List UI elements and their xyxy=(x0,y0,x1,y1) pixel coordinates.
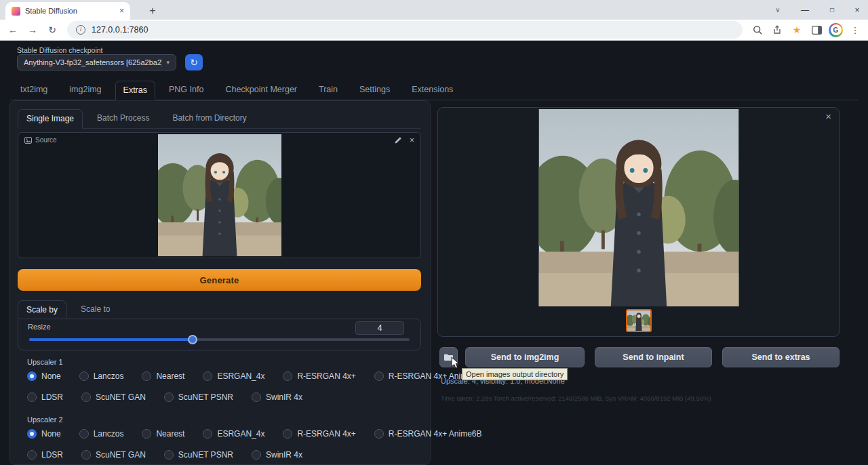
browser-chrome: Stable Diffusion × + ∨ — □ × ← → ↻ i 127… xyxy=(0,0,868,41)
upscaler2-option-lanczos[interactable]: Lanczos xyxy=(79,429,124,439)
upscaler2-option-scunet-gan[interactable]: ScuNET GAN xyxy=(81,450,146,460)
upscaler1-option-esrgan-4x[interactable]: ESRGAN_4x xyxy=(203,371,264,381)
source-image[interactable] xyxy=(158,134,281,256)
tab-search-chevron-icon[interactable]: ∨ xyxy=(770,1,785,19)
resize-slider[interactable] xyxy=(29,338,410,341)
browser-toolbar: ← → ↻ i 127.0.0.1:7860 ★ G ⋮ xyxy=(0,20,868,41)
radio-icon xyxy=(252,450,261,460)
result-image[interactable] xyxy=(538,109,738,306)
gallery-close-icon[interactable]: × xyxy=(825,111,831,121)
window-maximize-button[interactable]: □ xyxy=(819,1,845,19)
upscaler2-option-ldsr[interactable]: LDSR xyxy=(27,450,63,460)
radio-icon xyxy=(81,392,91,402)
gallery-thumbnail[interactable] xyxy=(626,309,652,332)
upscaler1-option-ldsr[interactable]: LDSR xyxy=(27,392,63,402)
subtab-batch-from-directory[interactable]: Batch from Directory xyxy=(163,108,255,128)
clear-image-icon[interactable]: × xyxy=(410,136,414,145)
radio-icon xyxy=(374,429,384,439)
radio-icon xyxy=(142,371,151,381)
source-label: Source xyxy=(24,136,57,144)
image-icon xyxy=(24,137,32,144)
tab-scale-by[interactable]: Scale by xyxy=(18,300,66,320)
browser-menu-icon[interactable]: ⋮ xyxy=(848,22,863,37)
radio-icon xyxy=(79,429,89,439)
tab-scale-to[interactable]: Scale to xyxy=(72,300,119,319)
radio-icon xyxy=(27,429,37,439)
upscaler1-options-row1: None Lanczos Nearest ESRGAN_4x R-ESRGAN … xyxy=(27,370,500,382)
back-button[interactable]: ← xyxy=(5,22,20,37)
radio-icon xyxy=(283,429,292,439)
result-gallery: × xyxy=(437,107,840,337)
upscaler1-option-nearest[interactable]: Nearest xyxy=(142,371,184,381)
url-bar[interactable]: i 127.0.0.1:7860 xyxy=(67,21,743,39)
radio-icon xyxy=(374,371,384,381)
tab-train[interactable]: Train xyxy=(311,80,346,100)
main-tab-bar: txt2img img2img Extras PNG Info Checkpoi… xyxy=(9,81,859,100)
tab-extras[interactable]: Extras xyxy=(115,81,155,101)
tab-title: Stable Diffusion xyxy=(25,7,115,15)
upscaler2-option-none[interactable]: None xyxy=(27,429,61,439)
radio-icon xyxy=(164,450,174,460)
upscaler1-option-none[interactable]: None xyxy=(27,371,61,381)
site-info-icon[interactable]: i xyxy=(76,25,85,35)
tab-checkpoint-merger[interactable]: Checkpoint Merger xyxy=(217,80,305,100)
upscaler2-option-esrgan-4x[interactable]: ESRGAN_4x xyxy=(203,429,264,439)
upscaler2-option-swinir-4x[interactable]: SwinIR 4x xyxy=(252,450,302,460)
checkpoint-value: Anything-V3-fp32_safetensors [625a2ba2] xyxy=(24,58,162,66)
send-to-extras-button[interactable]: Send to extras xyxy=(722,347,840,367)
radio-icon xyxy=(203,371,212,381)
send-to-inpaint-button[interactable]: Send to inpaint xyxy=(595,347,712,367)
forward-button[interactable]: → xyxy=(25,22,40,37)
profile-avatar[interactable]: G xyxy=(829,23,843,37)
upscaler2-option-r-esrgan-anime6b[interactable]: R-ESRGAN 4x+ Anime6B xyxy=(374,429,482,439)
upscaler2-options-row1: None Lanczos Nearest ESRGAN_4x R-ESRGAN … xyxy=(27,428,500,440)
side-panel-icon[interactable] xyxy=(809,22,824,37)
new-tab-button[interactable]: + xyxy=(146,4,159,18)
upscaler2-option-r-esrgan-4x[interactable]: R-ESRGAN 4x+ xyxy=(283,429,355,439)
upscaler2-options-row2: LDSR ScuNET GAN ScuNET PSNR SwinIR 4x xyxy=(27,449,321,461)
reload-button[interactable]: ↻ xyxy=(45,22,60,37)
bookmark-star-icon[interactable]: ★ xyxy=(789,22,804,37)
slider-handle[interactable] xyxy=(188,335,197,344)
browser-tab[interactable]: Stable Diffusion × xyxy=(5,2,130,20)
radio-icon xyxy=(252,392,261,402)
subtab-batch-process[interactable]: Batch Process xyxy=(88,108,158,128)
upscaler2-option-scunet-psnr[interactable]: ScuNET PSNR xyxy=(164,450,233,460)
upscaler1-option-r-esrgan-4x[interactable]: R-ESRGAN 4x+ xyxy=(283,371,355,381)
send-to-img2img-button[interactable]: Send to img2img xyxy=(465,347,585,367)
resize-number-input[interactable]: 4 xyxy=(355,321,404,335)
upscaler1-options-row2: LDSR ScuNET GAN ScuNET PSNR SwinIR 4x xyxy=(27,391,321,403)
mouse-cursor xyxy=(451,357,460,372)
tab-png-info[interactable]: PNG Info xyxy=(161,80,212,100)
share-icon[interactable] xyxy=(770,22,785,37)
tab-settings[interactable]: Settings xyxy=(351,80,398,100)
upscaler1-option-scunet-psnr[interactable]: ScuNET PSNR xyxy=(164,392,233,402)
radio-icon xyxy=(27,371,37,381)
radio-icon xyxy=(81,450,91,460)
tab-extensions[interactable]: Extensions xyxy=(403,80,461,100)
upscaler1-option-scunet-gan[interactable]: ScuNET GAN xyxy=(81,392,146,402)
upscaler2-title: Upscaler 2 xyxy=(27,416,63,424)
tab-txt2img[interactable]: txt2img xyxy=(12,80,56,100)
screen: Stable Diffusion × + ∨ — □ × ← → ↻ i 127… xyxy=(0,0,868,465)
upscaler1-title: Upscaler 1 xyxy=(27,358,63,366)
window-close-button[interactable]: × xyxy=(846,1,868,19)
scale-tab-bar: Scale by Scale to xyxy=(18,299,421,319)
tab-close-icon[interactable]: × xyxy=(119,6,124,16)
resize-label: Resize xyxy=(28,323,51,331)
tab-img2img[interactable]: img2img xyxy=(61,80,109,100)
upscaler2-option-nearest[interactable]: Nearest xyxy=(142,429,184,439)
checkpoint-dropdown[interactable]: Anything-V3-fp32_safetensors [625a2ba2] … xyxy=(17,54,176,70)
zoom-icon[interactable] xyxy=(750,22,765,37)
source-image-dropzone[interactable]: Source × xyxy=(18,132,421,258)
subtab-single-image[interactable]: Single Image xyxy=(18,109,83,129)
upscaler1-option-swinir-4x[interactable]: SwinIR 4x xyxy=(252,392,302,402)
edit-image-icon[interactable] xyxy=(394,136,402,144)
radio-icon xyxy=(203,429,212,439)
window-minimize-button[interactable]: — xyxy=(792,1,818,19)
generation-footnote: Time taken: 2.28s Torch active/reserved:… xyxy=(441,395,711,402)
upscaler1-option-lanczos[interactable]: Lanczos xyxy=(79,371,124,381)
refresh-checkpoints-button[interactable]: ↻ xyxy=(185,54,203,70)
favicon-icon xyxy=(12,7,20,16)
generate-button[interactable]: Generate xyxy=(18,269,421,291)
